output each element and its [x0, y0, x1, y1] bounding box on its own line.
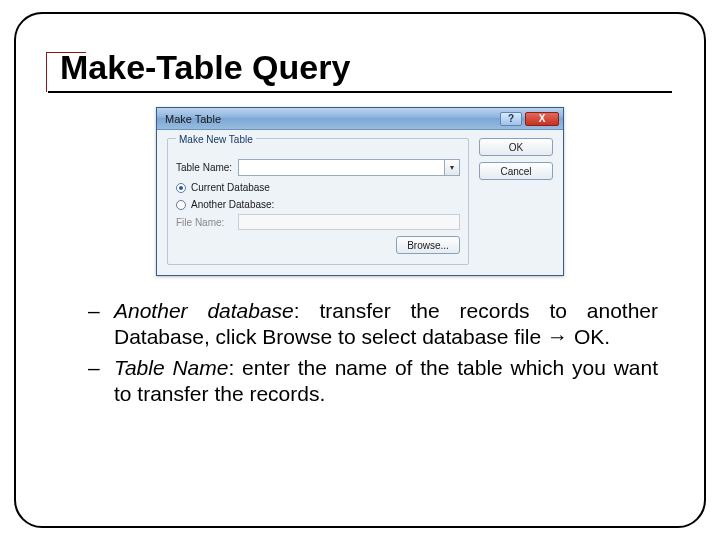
radio-current-database[interactable]: Current Database: [176, 182, 460, 193]
bullet-text: Table Name: enter the name of the table …: [114, 355, 658, 406]
dialog-body: Make New Table Table Name: ▾ Current Dat…: [157, 130, 563, 275]
dialog-title: Make Table: [165, 113, 497, 125]
dialog-screenshot: Make Table ? X Make New Table Table Name…: [44, 107, 676, 276]
list-item: – Another database: transfer the records…: [88, 298, 658, 349]
title-underline: [48, 91, 672, 93]
table-name-combo[interactable]: ▾: [238, 159, 460, 176]
make-new-table-group: Make New Table Table Name: ▾ Current Dat…: [167, 138, 469, 265]
radio-another-label: Another Database:: [191, 199, 274, 210]
make-table-dialog: Make Table ? X Make New Table Table Name…: [156, 107, 564, 276]
browse-button[interactable]: Browse...: [396, 236, 460, 254]
groupbox-label: Make New Table: [176, 134, 256, 145]
table-name-label: Table Name:: [176, 162, 238, 173]
list-item: – Table Name: enter the name of the tabl…: [88, 355, 658, 406]
corner-decoration: [46, 52, 86, 92]
close-button[interactable]: X: [525, 112, 559, 126]
chevron-down-icon[interactable]: ▾: [444, 159, 460, 176]
help-button[interactable]: ?: [500, 112, 522, 126]
page-title: Make-Table Query: [60, 48, 676, 87]
file-name-label: File Name:: [176, 217, 238, 228]
radio-icon: [176, 183, 186, 193]
bullet-list: – Another database: transfer the records…: [88, 298, 658, 406]
radio-icon: [176, 200, 186, 210]
table-name-row: Table Name: ▾: [176, 159, 460, 176]
ok-button[interactable]: OK: [479, 138, 553, 156]
file-name-row: File Name:: [176, 214, 460, 230]
cancel-button[interactable]: Cancel: [479, 162, 553, 180]
dialog-titlebar: Make Table ? X: [157, 108, 563, 130]
dialog-buttons: OK Cancel: [479, 138, 553, 265]
bullet-text: Another database: transfer the records t…: [114, 298, 658, 349]
browse-row: Browse...: [176, 236, 460, 254]
radio-current-label: Current Database: [191, 182, 270, 193]
dash-icon: –: [88, 298, 114, 349]
slide-frame: Make-Table Query Make Table ? X Make New…: [14, 12, 706, 528]
file-name-input[interactable]: [238, 214, 460, 230]
dash-icon: –: [88, 355, 114, 406]
radio-another-database[interactable]: Another Database:: [176, 199, 460, 210]
table-name-input[interactable]: [238, 159, 444, 176]
